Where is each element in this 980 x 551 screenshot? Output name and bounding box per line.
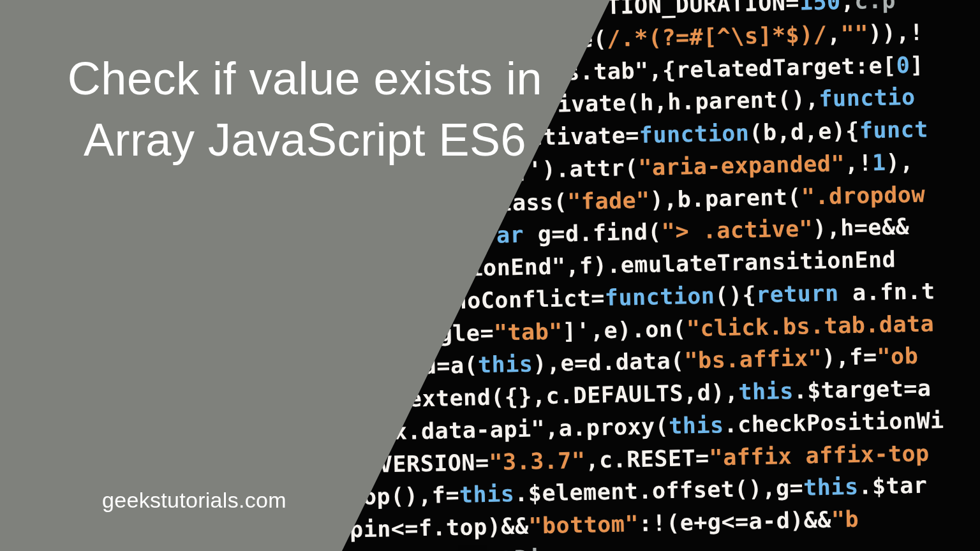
- code-token: function: [604, 283, 715, 311]
- code-token: ),f=: [822, 344, 877, 371]
- code-token: ,!: [845, 150, 873, 176]
- code-token: "bs.affix": [684, 345, 822, 374]
- code-token: return: [756, 280, 839, 307]
- code-token: ,: [827, 21, 841, 47]
- code-token: .checkPositionWi: [724, 408, 944, 437]
- code-token: .getPi: [459, 545, 542, 551]
- code-token: ,: [840, 0, 854, 14]
- code-token: var: [482, 222, 538, 249]
- code-token: d=a(: [422, 353, 478, 379]
- code-token: x.data-api": [393, 416, 545, 444]
- code-token: ionEnd": [469, 253, 566, 281]
- code-token: 150: [799, 0, 842, 15]
- code-token: s.tab": [566, 57, 649, 85]
- code-token: "": [840, 20, 868, 47]
- code-token: 0: [896, 52, 910, 78]
- code-token: c.p: [854, 0, 896, 14]
- code-token: a.fn.t: [838, 278, 935, 305]
- code-token: e(: [579, 26, 607, 52]
- code-token: lass(: [498, 189, 568, 216]
- code-token: "b: [831, 506, 859, 533]
- code-token: funct: [859, 116, 928, 143]
- code-token: .$element.offset(),g=: [514, 475, 804, 506]
- code-token: (b,d,e){: [749, 118, 859, 146]
- code-token: /.*(?=#[^\s]*$)/: [607, 21, 828, 51]
- site-attribution: geekstutorials.com: [102, 488, 286, 513]
- code-token: function: [639, 120, 749, 148]
- code-token: this: [459, 481, 515, 508]
- code-token: TION_DURATION=: [607, 0, 800, 19]
- code-token: ,f).emulateTransitionEnd: [565, 247, 896, 279]
- code-token: this: [738, 378, 794, 405]
- code-token: "ob: [877, 343, 919, 369]
- code-token: VERSION=: [379, 449, 489, 477]
- code-token: :!(e+g<=a-d)&&: [639, 507, 832, 536]
- code-token: op(),f=: [363, 482, 460, 510]
- code-token: "fade": [567, 187, 650, 214]
- code-token: .$tar: [858, 473, 928, 499]
- code-token: g=d.find(: [537, 219, 662, 247]
- code-token: "> .active": [661, 216, 813, 245]
- code-token: tivate(h,h.parent(),: [544, 86, 819, 117]
- code-token: "bottom": [528, 511, 639, 539]
- code-token: ),: [886, 149, 914, 175]
- code-token: )),!: [868, 19, 924, 46]
- code-token: prototype: [342, 547, 459, 551]
- code-token: "aria-expanded": [638, 151, 845, 180]
- code-token: 1: [872, 150, 886, 175]
- code-token: .$target=a: [793, 375, 932, 404]
- code-token: noConflict=: [453, 285, 605, 314]
- code-token: this: [803, 474, 859, 501]
- code-token: "click.bs.tab.data: [686, 311, 934, 341]
- code-token: ]',e).on(: [562, 316, 687, 344]
- code-token: ,{relatedTarget:e[: [648, 52, 896, 83]
- code-token: this: [669, 412, 724, 439]
- code-token: gle=: [438, 320, 494, 346]
- code-token: ,a.proxy(: [545, 413, 669, 441]
- code-token: ,c.RESET=: [585, 444, 709, 473]
- code-token: (){: [715, 282, 757, 308]
- code-token: ".dropdow: [801, 181, 925, 209]
- code-token: extend({},c.DEFAULTS,d),: [408, 379, 738, 412]
- code-token: ),h=e&&: [813, 214, 910, 241]
- article-title: Check if value exists in Array JavaScrip…: [43, 48, 567, 171]
- code-token: functio: [819, 84, 916, 112]
- code-token: this: [478, 351, 533, 378]
- featured-image: TION_DURATION=150,c.pe(/.*(?=#[^\s]*$)/,…: [0, 0, 980, 551]
- code-token: "tab": [494, 318, 563, 345]
- code-token: "affix affix-top: [709, 440, 930, 470]
- code-token: ]: [910, 52, 924, 77]
- code-token: pin<=f.top)&&: [350, 513, 529, 543]
- code-token: ),e=d.data(: [533, 348, 685, 377]
- code-token: "3.3.7": [489, 447, 586, 474]
- code-token: ),b.parent(: [650, 184, 801, 212]
